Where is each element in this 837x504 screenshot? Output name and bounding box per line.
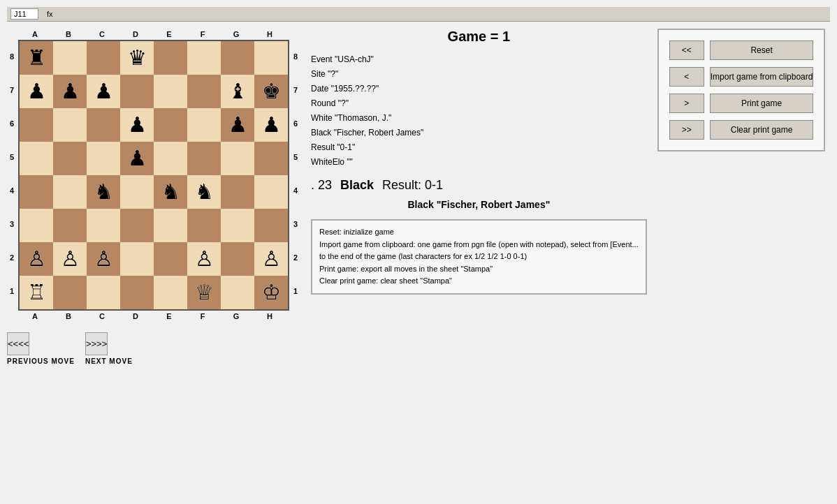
cell-e6[interactable] xyxy=(154,108,187,142)
cell-c4[interactable]: ♞ xyxy=(87,175,120,209)
cell-g4[interactable] xyxy=(221,175,254,209)
prev-move-button[interactable]: <<<< xyxy=(7,332,29,355)
cell-a4[interactable] xyxy=(20,175,53,209)
piece-h2: ♙ xyxy=(262,249,281,269)
cell-c1[interactable] xyxy=(87,276,120,309)
rewind-button[interactable]: << xyxy=(669,40,704,60)
cell-f8[interactable] xyxy=(187,41,221,75)
clear-button[interactable]: Clear print game xyxy=(710,120,814,140)
cell-b2[interactable]: ♙ xyxy=(53,242,87,276)
cell-a8[interactable]: ♜ xyxy=(20,41,53,75)
cell-g1[interactable] xyxy=(221,276,254,309)
cell-h2[interactable]: ♙ xyxy=(254,242,288,276)
piece-d8: ♛ xyxy=(128,47,147,68)
cell-h1[interactable]: ♔ xyxy=(254,276,288,309)
cell-c6[interactable] xyxy=(87,108,120,142)
row-label-6: 6 xyxy=(291,107,300,140)
col-label-g: G xyxy=(219,312,253,320)
cell-f4[interactable]: ♞ xyxy=(187,175,221,209)
next-move-button[interactable]: >>>> xyxy=(85,332,108,355)
piece-h6: ♟ xyxy=(262,114,281,135)
center-panel: Game = 1 Event "USA-chJ" Site "?" Date "… xyxy=(311,29,647,295)
result-row: Result "0-1" xyxy=(311,142,647,153)
print-button[interactable]: Print game xyxy=(710,94,814,113)
piece-c4: ♞ xyxy=(94,181,113,202)
cell-e7[interactable] xyxy=(154,75,187,108)
row-label-4: 4 xyxy=(291,174,300,207)
cell-a5[interactable] xyxy=(20,142,53,175)
cell-a3[interactable] xyxy=(20,209,53,242)
cell-a2[interactable]: ♙ xyxy=(20,242,53,276)
col-label-h: H xyxy=(253,30,286,38)
cell-f5[interactable] xyxy=(187,142,221,175)
cell-c8[interactable] xyxy=(87,41,120,75)
cell-b8[interactable] xyxy=(53,41,87,75)
cell-b6[interactable] xyxy=(53,108,87,142)
row-label-5: 5 xyxy=(7,140,17,174)
reset-button[interactable]: Reset xyxy=(710,40,814,60)
row-label-2: 2 xyxy=(7,241,17,274)
cell-a7[interactable]: ♟ xyxy=(20,75,53,108)
row-label-6: 6 xyxy=(7,107,17,140)
row-print: > Print game xyxy=(669,94,814,113)
cell-g5[interactable] xyxy=(221,142,254,175)
cell-e8[interactable] xyxy=(154,41,187,75)
cell-b3[interactable] xyxy=(53,209,87,242)
cell-h7[interactable]: ♚ xyxy=(254,75,288,108)
cell-b4[interactable] xyxy=(53,175,87,209)
cell-f3[interactable] xyxy=(187,209,221,242)
back-button[interactable]: < xyxy=(669,67,704,87)
row-label-4: 4 xyxy=(7,174,17,207)
cell-h6[interactable]: ♟ xyxy=(254,108,288,142)
row-clear: >> Clear print game xyxy=(669,120,814,140)
cell-f2[interactable]: ♙ xyxy=(187,242,221,276)
cell-d7[interactable] xyxy=(120,75,154,108)
cell-c2[interactable]: ♙ xyxy=(87,242,120,276)
cell-d2[interactable] xyxy=(120,242,154,276)
cell-g3[interactable] xyxy=(221,209,254,242)
cell-f6[interactable] xyxy=(187,108,221,142)
cell-c5[interactable] xyxy=(87,142,120,175)
cell-g2[interactable] xyxy=(221,242,254,276)
cell-f1[interactable]: ♕ xyxy=(187,276,221,309)
cell-h8[interactable] xyxy=(254,41,288,75)
cell-e2[interactable] xyxy=(154,242,187,276)
cell-f7[interactable] xyxy=(187,75,221,108)
cell-d6[interactable]: ♟ xyxy=(120,108,154,142)
next-move-group: >>>> NEXT MOVE xyxy=(85,332,133,365)
forward-button[interactable]: > xyxy=(669,94,704,113)
bottom-col-labels: ABCDEFGH xyxy=(18,311,286,322)
cell-g7[interactable]: ♝ xyxy=(221,75,254,108)
row-label-7: 7 xyxy=(7,73,17,107)
col-label-d: D xyxy=(119,312,152,320)
cell-h5[interactable] xyxy=(254,142,288,175)
cell-a6[interactable] xyxy=(20,108,53,142)
main-content: ABCDEFGH 87654321 ♜♛♟♟♟♝♚♟♟♟♟♞♞♞♙♙♙♙♙♖♕♔… xyxy=(7,29,830,365)
cell-a1[interactable]: ♖ xyxy=(20,276,53,309)
import-button[interactable]: Import game from clipboard xyxy=(710,67,814,87)
cell-e3[interactable] xyxy=(154,209,187,242)
cell-g8[interactable] xyxy=(221,41,254,75)
cell-b5[interactable] xyxy=(53,142,87,175)
fx-label: fx xyxy=(44,9,56,19)
cell-c7[interactable]: ♟ xyxy=(87,75,120,108)
fast-forward-button[interactable]: >> xyxy=(669,120,704,140)
cell-b7[interactable]: ♟ xyxy=(53,75,87,108)
white-row: White "Thomason, J." xyxy=(311,112,647,124)
cell-d5[interactable]: ♟ xyxy=(120,142,154,175)
cell-h4[interactable] xyxy=(254,175,288,209)
cell-h3[interactable] xyxy=(254,209,288,242)
prev-move-label: PREVIOUS MOVE xyxy=(7,357,75,365)
cell-e5[interactable] xyxy=(154,142,187,175)
piece-h7: ♚ xyxy=(262,81,281,102)
cell-e1[interactable] xyxy=(154,276,187,309)
cell-e4[interactable]: ♞ xyxy=(154,175,187,209)
row-label-1: 1 xyxy=(291,274,300,308)
cell-d1[interactable] xyxy=(120,276,154,309)
cell-g6[interactable]: ♟ xyxy=(221,108,254,142)
cell-d4[interactable] xyxy=(120,175,154,209)
cell-c3[interactable] xyxy=(87,209,120,242)
cell-b1[interactable] xyxy=(53,276,87,309)
cell-d8[interactable]: ♛ xyxy=(120,41,154,75)
cell-d3[interactable] xyxy=(120,209,154,242)
